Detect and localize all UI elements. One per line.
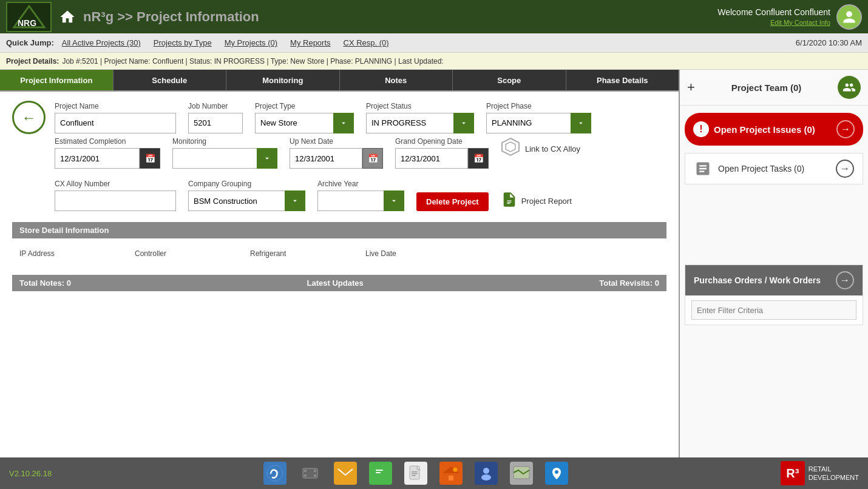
right-panel-spacer xyxy=(680,187,868,260)
archive-year-group: Archive Year xyxy=(317,180,404,211)
project-phase-input[interactable] xyxy=(486,113,571,133)
up-next-date-input[interactable] xyxy=(290,148,362,169)
tab-phase-details[interactable]: Phase Details xyxy=(566,70,679,90)
project-phase-group: Project Phase xyxy=(486,102,591,133)
archive-year-dropdown-btn[interactable] xyxy=(384,191,404,211)
project-report-label: Project Report xyxy=(521,197,572,206)
header-title: nR³g >> Project Information xyxy=(83,9,259,25)
user-avatar xyxy=(836,4,862,30)
svg-marker-12 xyxy=(375,477,379,481)
po-header: Purchase Orders / Work Orders → xyxy=(685,265,863,295)
grand-opening-calendar-btn[interactable]: 📅 xyxy=(468,148,489,169)
archive-year-input[interactable] xyxy=(317,191,384,211)
cx-alloy-number-input[interactable] xyxy=(55,191,176,211)
r3-text: R³ xyxy=(786,467,799,481)
po-filter-input[interactable] xyxy=(691,300,856,320)
bt-icon-mail[interactable] xyxy=(334,462,357,485)
bt-icon-chat[interactable] xyxy=(369,462,392,485)
form-row-3: CX Alloy Number Company Grouping Archive… xyxy=(55,180,666,211)
right-panel-header: + Project Team (0) xyxy=(680,70,868,106)
company-grouping-select-wrapper xyxy=(188,191,305,211)
grand-opening-input[interactable] xyxy=(395,148,468,169)
form-row-1: Project Name Job Number Project Type xyxy=(55,102,666,133)
cx-alloy-link[interactable]: Link to CX Alloy xyxy=(501,137,580,160)
bt-icon-blue-swirl[interactable] xyxy=(263,462,287,485)
cx-alloy-number-group: CX Alloy Number xyxy=(55,180,176,211)
main-layout: Project Information Schedule Monitoring … xyxy=(0,70,868,457)
tab-notes[interactable]: Notes xyxy=(340,70,453,90)
content-area: ← Project Name Job Number Project Type xyxy=(0,92,679,300)
bt-icon-document[interactable] xyxy=(404,462,427,485)
team-avatar xyxy=(838,76,861,99)
nav-link-my-projects[interactable]: My Projects (0) xyxy=(220,38,282,47)
add-team-member-button[interactable]: + xyxy=(687,79,695,95)
bt-icon-location[interactable] xyxy=(545,462,568,485)
est-completion-calendar-btn[interactable]: 📅 xyxy=(140,148,160,169)
po-header-label: Purchase Orders / Work Orders xyxy=(694,275,821,285)
nav-link-my-reports[interactable]: My Reports xyxy=(285,38,335,47)
bt-icon-profile[interactable] xyxy=(475,462,498,485)
archive-year-select-wrapper xyxy=(317,191,404,211)
nav-datetime: 6/1/2020 10:30 AM xyxy=(796,38,862,47)
monitoring-dropdown-btn[interactable] xyxy=(257,148,277,169)
svg-point-25 xyxy=(481,474,491,481)
tab-schedule[interactable]: Schedule xyxy=(114,70,227,90)
bt-icon-map[interactable] xyxy=(510,462,533,485)
svg-rect-13 xyxy=(376,470,383,471)
open-project-tasks-button[interactable]: Open Project Tasks (0) → xyxy=(685,153,863,184)
svg-point-4 xyxy=(267,465,283,481)
tasks-btn-label: Open Project Tasks (0) xyxy=(718,164,804,174)
est-completion-input[interactable] xyxy=(55,148,140,169)
company-grouping-label: Company Grouping xyxy=(188,180,305,188)
back-button[interactable]: ← xyxy=(12,101,46,134)
project-phase-select-wrapper xyxy=(486,113,591,133)
controller-label: Controller xyxy=(135,249,226,258)
grand-opening-date-wrapper: 📅 xyxy=(395,148,489,169)
nav-link-active-projects[interactable]: All Active Projects (30) xyxy=(57,38,146,47)
home-icon[interactable] xyxy=(59,8,76,25)
company-grouping-input[interactable] xyxy=(188,191,285,211)
welcome-text: Welcome Confluent Confluent Edit My Cont… xyxy=(717,7,830,27)
store-detail-header: Store Detail Information xyxy=(12,222,666,238)
tab-project-information[interactable]: Project Information xyxy=(0,70,114,90)
project-status-label: Project Status xyxy=(366,102,474,110)
svg-point-28 xyxy=(555,470,558,474)
project-phase-label: Project Phase xyxy=(486,102,591,110)
monitoring-group: Monitoring xyxy=(172,137,277,169)
tab-monitoring[interactable]: Monitoring xyxy=(226,70,340,90)
svg-rect-9 xyxy=(314,474,316,477)
delete-project-button[interactable]: Delete Project xyxy=(416,192,489,211)
project-report-btn[interactable]: Project Report xyxy=(501,191,572,211)
archive-year-label: Archive Year xyxy=(317,180,404,188)
bt-icon-store[interactable] xyxy=(439,462,463,485)
po-filter-area xyxy=(685,295,863,325)
project-name-input[interactable] xyxy=(55,113,176,133)
company-grouping-dropdown-btn[interactable] xyxy=(285,191,305,211)
project-type-dropdown-btn[interactable] xyxy=(333,113,354,133)
exclamation-icon: ! xyxy=(693,121,709,137)
up-next-date-calendar-btn[interactable]: 📅 xyxy=(362,148,383,169)
project-status-input[interactable] xyxy=(366,113,454,133)
edit-contact-link[interactable]: Edit My Contact Info xyxy=(770,19,830,26)
project-status-dropdown-btn[interactable] xyxy=(453,113,474,133)
project-phase-dropdown-btn[interactable] xyxy=(571,113,591,133)
est-completion-date-wrapper: 📅 xyxy=(55,148,160,169)
nrg-logo: NRG xyxy=(6,2,52,32)
nav-links: Quick Jump: All Active Projects (30) Pro… xyxy=(6,38,394,47)
nav-link-projects-type[interactable]: Projects by Type xyxy=(149,38,217,47)
project-type-select-wrapper xyxy=(255,113,354,133)
project-name-group: Project Name xyxy=(55,102,176,133)
grand-opening-label: Grand Opening Date xyxy=(395,137,489,146)
bt-icon-film[interactable] xyxy=(299,462,322,485)
store-detail-labels: IP Address Controller Refrigerant Live D… xyxy=(12,244,666,263)
job-number-input[interactable] xyxy=(188,113,243,133)
open-project-issues-button[interactable]: ! Open Project Issues (0) → xyxy=(685,113,863,146)
monitoring-input[interactable] xyxy=(172,148,257,169)
tab-scope[interactable]: Scope xyxy=(453,70,566,90)
issues-btn-label: Open Project Issues (0) xyxy=(714,124,815,135)
grand-opening-group: Grand Opening Date 📅 xyxy=(395,137,489,169)
nav-link-cx-resp[interactable]: CX Resp. (0) xyxy=(339,38,394,47)
po-arrow-icon[interactable]: → xyxy=(836,271,854,289)
svg-text:NRG: NRG xyxy=(18,18,36,28)
project-type-input[interactable] xyxy=(255,113,334,133)
